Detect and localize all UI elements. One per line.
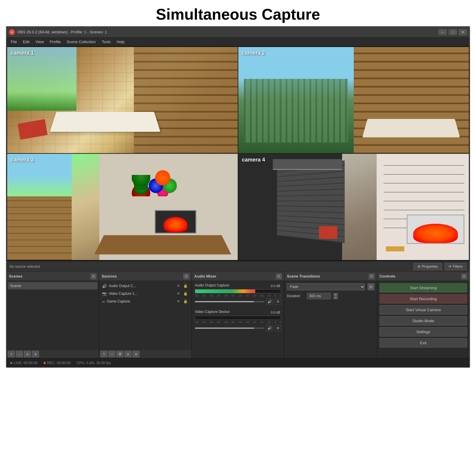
close-button[interactable]: ✕ bbox=[459, 29, 467, 35]
start-streaming-button[interactable]: Start Streaming bbox=[380, 283, 467, 292]
camera-2-cell: camera 2 bbox=[238, 47, 469, 153]
source-lock-button-game[interactable]: 🔒 bbox=[182, 299, 189, 304]
transitions-panel-content: Fade ⚙ Duration ▲ ▼ bbox=[284, 281, 377, 358]
camera-2-label: camera 2 bbox=[242, 50, 265, 56]
sources-remove-button[interactable]: − bbox=[108, 351, 115, 357]
audio-channel-2: Video Capture Device 0.0 dB -60-55-50-45… bbox=[193, 309, 283, 333]
audio-level-bar-1 bbox=[195, 289, 281, 293]
exit-button[interactable]: Exit bbox=[380, 338, 467, 347]
filters-button[interactable]: ⟳ Filters bbox=[445, 263, 466, 270]
source-item-audio[interactable]: 🔊 Audio Output C... 👁 🔒 bbox=[100, 282, 190, 290]
audio-mixer-panel: Audio Mixer ⧉ Audio Output Capture 0.0 d… bbox=[192, 272, 284, 358]
menu-bar: File Edit View Profile Scene Collection … bbox=[7, 37, 469, 46]
scenes-panel-title: Scenes bbox=[9, 274, 23, 278]
controls-copy-button[interactable]: ⧉ bbox=[461, 273, 467, 279]
window-controls: ─ □ ✕ bbox=[439, 29, 467, 35]
camera-4-cell: camera 4 bbox=[238, 154, 469, 260]
transitions-panel: Scene Transitions ⧉ Fade ⚙ Duration bbox=[284, 272, 377, 358]
scenes-panel: Scenes ⧉ Scene + − ∧ ∨ bbox=[7, 272, 99, 358]
transitions-copy-button[interactable]: ⧉ bbox=[369, 273, 375, 279]
controls-panel-header: Controls ⧉ bbox=[377, 272, 469, 281]
rec-time: 00:00:00 bbox=[57, 361, 71, 365]
menu-profile[interactable]: Profile bbox=[47, 39, 63, 45]
audio-controls-1: 🔊 ⚙ bbox=[195, 298, 281, 305]
menu-help[interactable]: Help bbox=[114, 39, 127, 45]
audio-mixer-content: Audio Output Capture 0.0 dB -60-55-50-45… bbox=[192, 281, 284, 358]
transitions-panel-header: Scene Transitions ⧉ bbox=[284, 272, 377, 281]
audio-mixer-panel-title: Audio Mixer bbox=[194, 274, 216, 278]
obs-icon: ● bbox=[9, 29, 15, 35]
source-eye-button-video[interactable]: 👁 bbox=[176, 291, 181, 296]
audio-channel-2-name: Video Capture Device bbox=[195, 310, 230, 314]
source-actions-video: 👁 🔒 bbox=[176, 291, 189, 296]
source-item-game[interactable]: ∞ Game Capture 👁 🔒 bbox=[100, 298, 190, 305]
transitions-duration-row: Duration ▲ ▼ bbox=[287, 293, 374, 299]
scenes-down-button[interactable]: ∨ bbox=[32, 351, 39, 357]
sources-settings-button[interactable]: ⚙ bbox=[116, 351, 123, 357]
sources-add-button[interactable]: + bbox=[100, 351, 107, 357]
transitions-duration-up[interactable]: ▲ bbox=[333, 293, 338, 296]
audio-mixer-panel-header: Audio Mixer ⧉ bbox=[192, 272, 284, 281]
cpu-status: CPU: 0.4%, 30.00 fps bbox=[76, 361, 111, 365]
scenes-up-button[interactable]: ∧ bbox=[24, 351, 31, 357]
scene-item[interactable]: Scene bbox=[8, 282, 98, 289]
audio-mute-button-1[interactable]: 🔊 bbox=[266, 298, 273, 305]
source-eye-button-game[interactable]: 👁 bbox=[176, 299, 181, 304]
source-actions-game: 👁 🔒 bbox=[176, 299, 189, 304]
scenes-copy-button[interactable]: ⧉ bbox=[90, 273, 96, 279]
transitions-duration-input[interactable] bbox=[307, 293, 331, 299]
studio-mode-button[interactable]: Studio Mode bbox=[380, 316, 467, 325]
audio-slider-2[interactable] bbox=[195, 328, 264, 329]
scenes-add-button[interactable]: + bbox=[8, 351, 15, 357]
menu-tools[interactable]: Tools bbox=[99, 39, 113, 45]
sources-toolbar: + − ⚙ ∧ ∨ bbox=[99, 349, 191, 358]
properties-button[interactable]: ⚙ Properties bbox=[414, 263, 442, 270]
audio-gear-button-1[interactable]: ⚙ bbox=[275, 298, 281, 305]
audio-scale-1: -60-55-50-45-40-35-30-25-20-15-10-50 bbox=[195, 294, 281, 297]
camera-3-label: camera 3 bbox=[11, 157, 34, 163]
scenes-panel-content: Scene bbox=[7, 281, 99, 349]
transitions-type-select[interactable]: Fade bbox=[287, 283, 365, 290]
source-lock-button-audio[interactable]: 🔒 bbox=[182, 284, 189, 288]
transitions-spinner: ▲ ▼ bbox=[333, 293, 338, 299]
sources-panel-header: Sources ⧉ bbox=[99, 272, 191, 281]
sources-down-button[interactable]: ∨ bbox=[132, 351, 140, 357]
sources-up-button[interactable]: ∧ bbox=[124, 351, 131, 357]
audio-mixer-copy-button[interactable]: ⧉ bbox=[276, 273, 282, 279]
game-capture-icon: ∞ bbox=[102, 299, 105, 304]
audio-channel-1: Audio Output Capture 0.0 dB -60-55-50-45… bbox=[193, 282, 283, 306]
obs-window: ● OBS 26.0.2 (64-bit, windows) - Profile… bbox=[6, 26, 470, 368]
controls-panel: Controls ⧉ Start Streaming Start Recordi… bbox=[377, 272, 469, 358]
sources-copy-button[interactable]: ⧉ bbox=[183, 273, 189, 279]
minimize-button[interactable]: ─ bbox=[439, 29, 447, 35]
maximize-button[interactable]: □ bbox=[449, 29, 457, 35]
menu-view[interactable]: View bbox=[33, 39, 46, 45]
audio-channel-2-db: 0.0 dB bbox=[271, 311, 281, 314]
page-title: Simultaneous Capture bbox=[0, 5, 476, 23]
audio-mute-button-2[interactable]: 🔊 bbox=[266, 325, 273, 331]
menu-scene-collection[interactable]: Scene Collection bbox=[64, 39, 98, 45]
audio-channel-1-name: Audio Output Capture bbox=[195, 283, 229, 287]
start-virtual-camera-button[interactable]: Start Virtual Camera bbox=[380, 305, 467, 314]
transitions-gear-button[interactable]: ⚙ bbox=[367, 283, 375, 290]
scenes-remove-button[interactable]: − bbox=[16, 351, 23, 357]
audio-channel-1-db: 0.0 dB bbox=[271, 284, 281, 288]
rec-status: REC: 00:00:00 bbox=[43, 361, 71, 365]
scenes-toolbar: + − ∧ ∨ bbox=[7, 349, 99, 358]
menu-file[interactable]: File bbox=[8, 39, 19, 45]
scenes-panel-header: Scenes ⧉ bbox=[7, 272, 99, 281]
menu-edit[interactable]: Edit bbox=[21, 39, 32, 45]
audio-gear-button-2[interactable]: ⚙ bbox=[275, 325, 281, 331]
live-label: LIVE: bbox=[14, 361, 22, 365]
page-title-area: Simultaneous Capture bbox=[0, 0, 476, 26]
transitions-duration-down[interactable]: ▼ bbox=[333, 296, 338, 299]
start-recording-button[interactable]: Start Recording bbox=[380, 294, 467, 303]
source-item-video[interactable]: 📷 Video Capture 1... 👁 🔒 bbox=[100, 290, 190, 298]
source-eye-button-audio[interactable]: 👁 bbox=[176, 284, 181, 288]
camera-1-cell: camera 1 bbox=[7, 47, 238, 153]
settings-button[interactable]: Settings bbox=[380, 327, 467, 336]
audio-output-icon: 🔊 bbox=[102, 284, 107, 288]
source-lock-button-video[interactable]: 🔒 bbox=[182, 291, 189, 296]
audio-slider-1[interactable] bbox=[195, 301, 264, 302]
source-bar: No source selected ⚙ Properties ⟳ Filter… bbox=[7, 261, 469, 272]
